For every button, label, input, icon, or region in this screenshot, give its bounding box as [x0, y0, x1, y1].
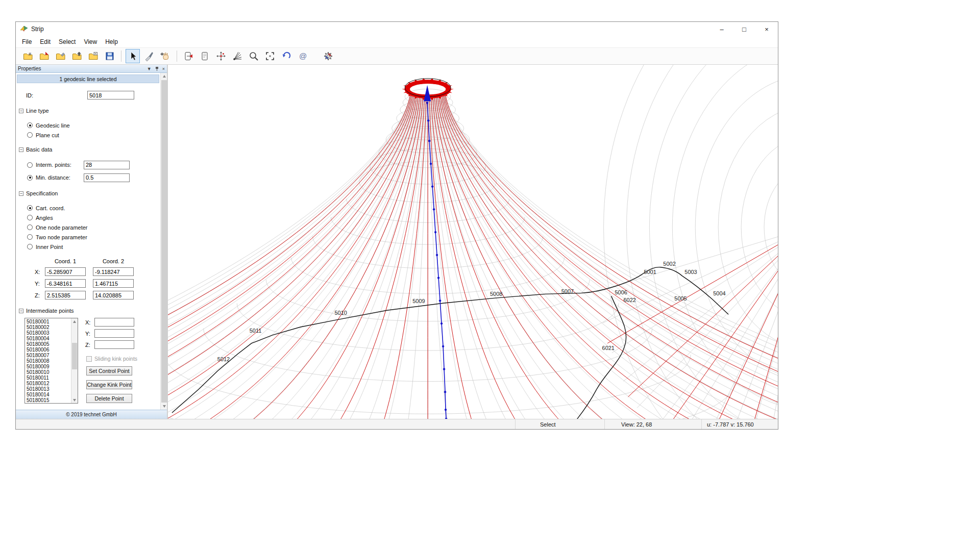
intermediate-points-list[interactable]: 5018000150180002501800035018000450180005… — [24, 318, 78, 404]
x-coord1-input[interactable] — [45, 267, 86, 276]
window-title: Strip — [31, 26, 44, 33]
scroll-thumb[interactable] — [161, 80, 167, 403]
point-x-input[interactable] — [94, 318, 134, 327]
redo-icon[interactable]: @ — [296, 49, 310, 63]
scroll-thumb[interactable] — [72, 343, 77, 369]
radio-geodesic-line[interactable]: Geodesic line — [27, 122, 160, 129]
group-line-type[interactable]: − Line type — [19, 108, 160, 114]
viewport[interactable]: 5012501150105009500850075006602250015002… — [168, 65, 778, 419]
list-item[interactable]: 50180008 — [27, 358, 71, 364]
panel-scrollbar[interactable] — [160, 73, 167, 410]
min-distance-input[interactable] — [84, 173, 130, 182]
z-coord1-input[interactable] — [45, 291, 86, 299]
list-item[interactable]: 50180010 — [27, 369, 71, 375]
radio-two-node[interactable]: Two node parameter — [27, 234, 160, 240]
list-item[interactable]: 50180005 — [27, 341, 71, 347]
list-item[interactable]: 50180012 — [27, 381, 71, 386]
open-marked-folder-icon[interactable] — [37, 49, 52, 63]
menu-item-edit[interactable]: Edit — [36, 37, 55, 46]
radiate-tool-icon[interactable] — [230, 49, 244, 63]
open-edit-folder-icon[interactable] — [54, 49, 68, 63]
menu-item-file[interactable]: File — [18, 37, 36, 46]
menu-item-select[interactable]: Select — [55, 37, 80, 46]
new-strip-folder-icon[interactable]: # — [21, 49, 35, 63]
id-input[interactable] — [87, 91, 134, 99]
interm-points-input[interactable] — [84, 161, 130, 169]
minimize-button[interactable]: – — [710, 22, 733, 36]
viewport-svg[interactable]: 5012501150105009500850075006602250015002… — [168, 65, 778, 419]
menu-item-help[interactable]: Help — [101, 37, 122, 46]
radio-interm-points[interactable]: Interm. points: — [27, 160, 160, 169]
pan-add-tool-icon[interactable] — [158, 49, 173, 63]
move-node-tool-icon[interactable] — [214, 49, 228, 63]
list-scrollbar[interactable] — [71, 318, 78, 403]
collapse-icon[interactable]: − — [19, 191, 23, 196]
y-coord2-input[interactable] — [93, 279, 134, 288]
x-coord2-input[interactable] — [93, 267, 134, 276]
status-uv-coords: u: -7.787 v: 15.760 — [701, 419, 778, 429]
list-item[interactable]: 50180006 — [27, 347, 71, 353]
z-coord2-input[interactable] — [93, 291, 134, 299]
zoom-icon[interactable] — [247, 49, 261, 63]
y-coord1-input[interactable] — [45, 279, 86, 288]
scroll-down-icon[interactable] — [71, 397, 78, 403]
view-in-icon[interactable] — [181, 49, 195, 63]
collapse-icon[interactable]: − — [19, 109, 23, 113]
radio-angles[interactable]: Angles — [27, 214, 160, 221]
line-label: 5008 — [490, 291, 502, 297]
delete-point-button[interactable]: Delete Point — [86, 394, 132, 403]
panel-close-icon[interactable]: × — [162, 66, 165, 71]
coord-headers: Coord. 1 Coord. 2 — [45, 258, 160, 264]
collapse-icon[interactable]: − — [19, 309, 23, 313]
list-item[interactable]: 50180004 — [27, 336, 71, 341]
group-intermediate-points[interactable]: − Intermediate points — [19, 308, 160, 314]
radio-min-distance[interactable]: Min. distance: — [27, 173, 160, 182]
zoom-window-icon[interactable] — [263, 49, 277, 63]
list-item[interactable]: 50180007 — [27, 353, 71, 358]
open-export-folder-icon[interactable] — [86, 49, 101, 63]
point-z-input[interactable] — [94, 340, 134, 349]
maximize-button[interactable]: □ — [733, 22, 755, 36]
select-cursor-icon[interactable] — [126, 49, 140, 63]
group-specification[interactable]: − Specification — [19, 190, 160, 196]
pin-icon[interactable] — [155, 66, 159, 71]
properties-panel: Properties ▼ × 1 geodesic line selected … — [16, 65, 168, 419]
radio-icon — [27, 122, 33, 128]
panel-menu-chevron-icon[interactable]: ▼ — [147, 66, 152, 71]
properties-panel-header[interactable]: Properties ▼ × — [16, 65, 167, 73]
list-item[interactable]: 50180013 — [27, 386, 71, 392]
scroll-up-icon[interactable] — [71, 318, 78, 324]
open-up-folder-icon[interactable] — [70, 49, 84, 63]
scroll-down-icon[interactable] — [161, 403, 167, 410]
checkbox-icon — [86, 356, 92, 362]
radio-cart-coord[interactable]: Cart. coord. — [27, 205, 160, 211]
view-page-icon[interactable] — [198, 49, 212, 63]
group-basic-data[interactable]: − Basic data — [19, 146, 160, 153]
scroll-up-icon[interactable] — [161, 73, 167, 80]
set-control-point-button[interactable]: Set Control Point — [86, 366, 132, 375]
save-icon[interactable] — [103, 49, 117, 63]
list-item[interactable]: 50180015 — [27, 397, 71, 403]
collapse-icon[interactable]: − — [19, 147, 23, 152]
settings-gear-icon[interactable] — [321, 49, 335, 63]
undo-icon[interactable] — [279, 49, 293, 63]
list-item[interactable]: 50180009 — [27, 364, 71, 369]
list-item[interactable]: 50180011 — [27, 375, 71, 381]
list-item[interactable]: 50180001 — [27, 319, 71, 324]
list-item[interactable]: 50180002 — [27, 324, 71, 330]
point-y-input[interactable] — [94, 329, 134, 338]
change-kink-point-button[interactable]: Change Kink Point — [86, 380, 132, 389]
radio-plane-cut[interactable]: Plane cut — [27, 132, 160, 138]
radio-one-node[interactable]: One node parameter — [27, 224, 160, 231]
title-bar[interactable]: Strip – □ × — [16, 22, 778, 36]
status-bar: Select View: 22, 68 u: -7.787 v: 15.760 — [16, 419, 778, 429]
menu-bar: FileEditSelectViewHelp — [16, 36, 778, 47]
knife-tool-icon[interactable] — [142, 49, 156, 63]
list-item[interactable]: 50180003 — [27, 330, 71, 336]
menu-item-view[interactable]: View — [80, 37, 101, 46]
close-button[interactable]: × — [755, 22, 778, 36]
group-label: Basic data — [26, 146, 52, 153]
list-item[interactable]: 50180014 — [27, 392, 71, 397]
properties-panel-body: 1 geodesic line selected ID: − Line type… — [16, 73, 167, 410]
radio-inner-point[interactable]: Inner Point — [27, 243, 160, 250]
